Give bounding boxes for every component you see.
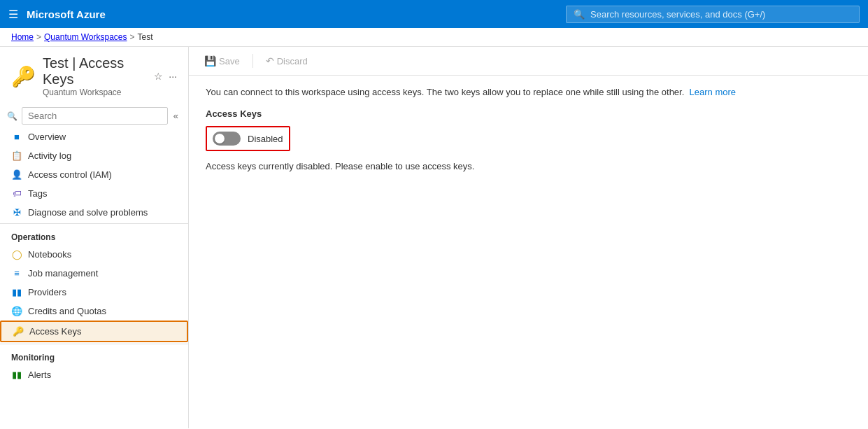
nav-providers[interactable]: ▮▮ Providers bbox=[0, 283, 188, 302]
activity-log-icon: 📋 bbox=[11, 150, 22, 161]
page-subtitle: Quantum Workspace bbox=[43, 87, 141, 97]
toggle-thumb bbox=[215, 134, 225, 143]
nav-providers-label: Providers bbox=[28, 287, 66, 297]
tags-icon: 🏷 bbox=[11, 188, 22, 199]
save-label: Save bbox=[219, 56, 240, 66]
discard-icon: ↶ bbox=[266, 55, 274, 66]
favorite-star-icon[interactable]: ☆ bbox=[154, 71, 163, 82]
nav-activity-log-label: Activity log bbox=[28, 150, 71, 161]
top-navigation: ☰ Microsoft Azure 🔍 Search resources, se… bbox=[0, 0, 868, 28]
discard-button[interactable]: ↶ Discard bbox=[262, 52, 312, 69]
providers-icon: ▮▮ bbox=[11, 287, 22, 297]
breadcrumb-workspace[interactable]: Quantum Workspaces bbox=[44, 32, 127, 42]
hamburger-menu[interactable]: ☰ bbox=[8, 8, 18, 21]
sidebar-search-row: 🔍 « bbox=[0, 103, 188, 127]
sidebar-search-input[interactable] bbox=[22, 107, 168, 125]
save-button[interactable]: 💾 Save bbox=[200, 52, 244, 69]
nav-alerts-label: Alerts bbox=[28, 370, 51, 380]
access-control-icon: 👤 bbox=[11, 169, 22, 180]
diagnose-icon: ✠ bbox=[11, 207, 22, 218]
nav-diagnose[interactable]: ✠ Diagnose and solve problems bbox=[0, 203, 188, 222]
nav-alerts[interactable]: ▮▮ Alerts bbox=[0, 365, 188, 384]
nav-job-management[interactable]: ≡ Job management bbox=[0, 264, 188, 283]
access-keys-section-title: Access Keys bbox=[206, 108, 851, 119]
breadcrumb-current: Test bbox=[138, 32, 153, 42]
nav-tags[interactable]: 🏷 Tags bbox=[0, 184, 188, 203]
page-title: Test | Access Keys bbox=[43, 55, 141, 87]
page-header-actions: ☆ ··· bbox=[154, 71, 177, 82]
page-icon: 🔑 bbox=[11, 65, 36, 88]
learn-more-link[interactable]: Learn more bbox=[690, 87, 736, 97]
content-toolbar: 💾 Save ↶ Discard bbox=[189, 47, 868, 76]
nav-job-management-label: Job management bbox=[28, 268, 98, 279]
overview-icon: ■ bbox=[11, 132, 22, 142]
nav-tags-label: Tags bbox=[28, 188, 47, 199]
nav-diagnose-label: Diagnose and solve problems bbox=[28, 207, 148, 218]
sidebar-collapse-button[interactable]: « bbox=[171, 109, 181, 122]
disabled-message: Access keys currently disabled. Please e… bbox=[206, 161, 851, 171]
nav-overview-label: Overview bbox=[28, 132, 66, 142]
sidebar-search-icon: 🔍 bbox=[7, 111, 17, 121]
nav-access-keys-label: Access Keys bbox=[29, 326, 81, 337]
save-icon: 💾 bbox=[204, 55, 216, 66]
operations-section-label: Operations bbox=[0, 223, 188, 245]
breadcrumb-sep2: > bbox=[130, 32, 135, 42]
nav-overview[interactable]: ■ Overview bbox=[0, 127, 188, 146]
breadcrumb: Home > Quantum Workspaces > Test bbox=[0, 28, 868, 47]
credits-quotas-icon: 🌐 bbox=[11, 306, 22, 316]
access-keys-toggle-row: Disabled bbox=[206, 126, 290, 151]
search-icon: 🔍 bbox=[574, 9, 585, 20]
sidebar: 🔑 Test | Access Keys Quantum Workspace ☆… bbox=[0, 47, 189, 428]
access-keys-icon: 🔑 bbox=[13, 326, 24, 337]
info-text: You can connect to this workspace using … bbox=[206, 87, 851, 97]
notebooks-icon: ◯ bbox=[11, 249, 22, 260]
nav-credits-quotas[interactable]: 🌐 Credits and Quotas bbox=[0, 302, 188, 321]
toolbar-separator bbox=[252, 54, 253, 68]
nav-credits-quotas-label: Credits and Quotas bbox=[28, 306, 106, 316]
content-body: You can connect to this workspace using … bbox=[189, 76, 868, 428]
breadcrumb-home[interactable]: Home bbox=[11, 32, 34, 42]
page-header: 🔑 Test | Access Keys Quantum Workspace ☆… bbox=[0, 47, 188, 103]
content-area: 💾 Save ↶ Discard You can connect to this… bbox=[189, 47, 868, 428]
brand-name: Microsoft Azure bbox=[27, 8, 557, 20]
alerts-icon: ▮▮ bbox=[11, 370, 22, 380]
access-keys-toggle[interactable] bbox=[213, 132, 241, 146]
nav-access-control[interactable]: 👤 Access control (IAM) bbox=[0, 165, 188, 184]
nav-notebooks[interactable]: ◯ Notebooks bbox=[0, 245, 188, 264]
more-options-icon[interactable]: ··· bbox=[169, 71, 177, 82]
nav-notebooks-label: Notebooks bbox=[28, 249, 71, 260]
main-layout: 🔑 Test | Access Keys Quantum Workspace ☆… bbox=[0, 47, 868, 428]
global-search-bar[interactable]: 🔍 Search resources, services, and docs (… bbox=[566, 6, 860, 23]
nav-activity-log[interactable]: 📋 Activity log bbox=[0, 146, 188, 165]
toggle-state-label: Disabled bbox=[248, 134, 283, 144]
job-management-icon: ≡ bbox=[11, 268, 22, 279]
global-search-placeholder: Search resources, services, and docs (G+… bbox=[590, 9, 765, 20]
nav-access-control-label: Access control (IAM) bbox=[28, 169, 112, 180]
breadcrumb-sep1: > bbox=[36, 32, 41, 42]
nav-access-keys[interactable]: 🔑 Access Keys bbox=[0, 321, 188, 342]
discard-label: Discard bbox=[277, 56, 308, 66]
monitoring-section-label: Monitoring bbox=[0, 344, 188, 365]
